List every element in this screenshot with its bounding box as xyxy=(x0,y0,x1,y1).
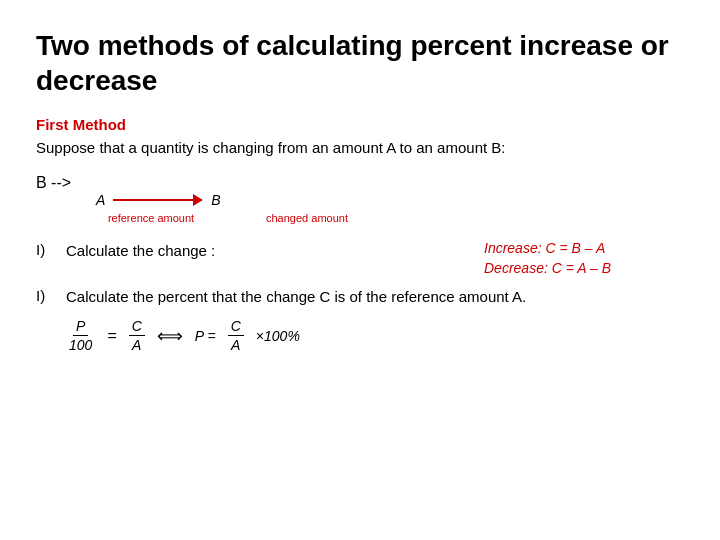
label-a: A xyxy=(96,192,105,208)
step1-number: I) xyxy=(36,240,66,258)
step1-text: Calculate the change : xyxy=(66,240,464,263)
formula-decrease: Decrease: C = A – B xyxy=(484,260,684,276)
formula-increase: Increase: C = B – A xyxy=(484,240,684,256)
reference-row: reference amount changed amount xyxy=(36,212,684,224)
frac-ca-num: C xyxy=(129,318,145,336)
arrow-line xyxy=(113,194,203,206)
ref-amount-label: reference amount xyxy=(96,212,206,224)
step2-text: Calculate the percent that the change C … xyxy=(66,286,684,309)
step1-formulas: Increase: C = B – A Decrease: C = A – B xyxy=(484,240,684,276)
step2-row: I) Calculate the percent that the change… xyxy=(36,286,684,354)
slide-title: Two methods of calculating percent incre… xyxy=(36,28,684,98)
arrow-head xyxy=(193,194,203,206)
iff-sign: ⟺ xyxy=(157,325,183,347)
step2-number: I) xyxy=(36,286,66,304)
big-formula-row: P 100 = C A ⟺ P = C A ×100% xyxy=(66,318,684,353)
first-method-label: First Method xyxy=(36,116,684,133)
frac-ca2-den: A xyxy=(228,336,243,353)
changed-amount-label: changed amount xyxy=(266,212,348,224)
step2-content: Calculate the percent that the change C … xyxy=(66,286,684,354)
suppose-text: Suppose that a quantity is changing from… xyxy=(36,137,684,160)
frac-p100-den: 100 xyxy=(66,336,95,353)
frac-ca2-num: C xyxy=(228,318,244,336)
diagram-row: A B xyxy=(36,192,684,208)
label-b: B xyxy=(211,192,220,208)
arrow-shaft xyxy=(113,199,193,201)
frac-ca2: C A xyxy=(228,318,244,353)
slide: Two methods of calculating percent incre… xyxy=(0,0,720,540)
eq1: = xyxy=(107,327,116,345)
frac-ca-den: A xyxy=(129,336,144,353)
frac-p100: P 100 xyxy=(66,318,95,353)
step1-row: I) Calculate the change : Increase: C = … xyxy=(36,240,684,276)
diagram-labels: A B xyxy=(96,192,221,208)
step1-content: Calculate the change : Increase: C = B –… xyxy=(66,240,684,276)
times100: ×100% xyxy=(256,328,300,344)
frac-ca: C A xyxy=(129,318,145,353)
frac-p100-num: P xyxy=(73,318,88,336)
p-label: P = xyxy=(195,328,216,344)
